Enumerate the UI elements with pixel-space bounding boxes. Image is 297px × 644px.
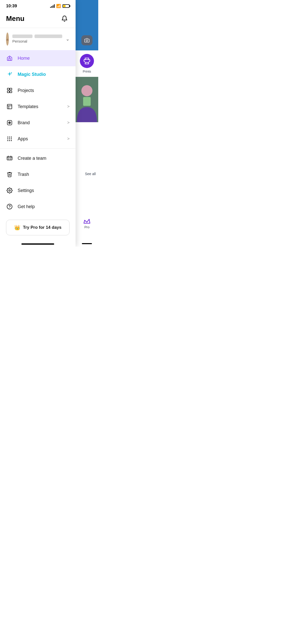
notifications-button[interactable] [59, 14, 70, 24]
sidebar-item-get-help[interactable]: Get help [0, 199, 76, 215]
svg-rect-2 [7, 38, 8, 39]
person-photo [76, 77, 98, 122]
svg-rect-7 [10, 91, 12, 93]
home-indicator [0, 240, 76, 247]
sidebar-item-brand[interactable]: Brand > [0, 115, 76, 131]
prints-section[interactable]: Prints [76, 50, 98, 77]
apps-icon [6, 135, 13, 142]
svg-rect-21 [7, 156, 12, 160]
apps-chevron-icon: > [67, 137, 70, 141]
status-icons: 📶 [50, 4, 70, 8]
apps-label: Apps [18, 136, 63, 142]
try-pro-section: 👑 Try Pro for 14 days [0, 215, 76, 240]
profile-chevron-down-icon[interactable]: ⌄ [66, 36, 70, 42]
svg-rect-29 [83, 97, 91, 106]
svg-point-12 [7, 137, 8, 138]
sidebar-item-magic-studio[interactable]: Magic Studio [0, 66, 76, 82]
battery-icon [62, 4, 70, 8]
svg-rect-8 [7, 104, 12, 109]
crown-icon: 👑 [14, 224, 20, 231]
svg-point-16 [9, 138, 10, 139]
avatar [6, 33, 9, 46]
profile-section[interactable]: Personal ⌄ [0, 28, 76, 50]
magic-studio-label: Magic Studio [18, 72, 70, 77]
status-bar: 10:39 📶 [0, 0, 76, 11]
svg-point-25 [86, 40, 88, 42]
name-placeholder-2 [35, 35, 62, 38]
wifi-icon: 📶 [56, 4, 61, 8]
menu-panel: 10:39 📶 Menu [0, 0, 76, 247]
header: Menu [0, 11, 76, 28]
sidebar-item-templates[interactable]: Templates > [0, 99, 76, 115]
trash-icon [6, 171, 13, 178]
try-pro-button[interactable]: 👑 Try Pro for 14 days [6, 220, 70, 235]
see-all-label: See all [85, 172, 96, 176]
svg-rect-6 [10, 88, 12, 90]
profile-name [12, 35, 62, 38]
pro-section[interactable]: Pro [83, 218, 91, 229]
try-pro-label: Try Pro for 14 days [23, 225, 61, 230]
team-icon [6, 155, 13, 162]
home-icon [6, 55, 13, 62]
svg-point-15 [7, 138, 8, 139]
pro-label: Pro [84, 225, 89, 229]
right-home-bar [82, 243, 92, 244]
pro-crown-icon [83, 218, 91, 224]
svg-rect-5 [7, 91, 9, 93]
svg-point-17 [11, 138, 12, 139]
trash-label: Trash [18, 172, 70, 177]
name-placeholder-1 [12, 35, 32, 38]
projects-label: Projects [18, 88, 70, 93]
signal-icon [50, 4, 55, 8]
printer-icon [83, 57, 90, 65]
account-type: Personal [12, 39, 27, 43]
settings-label: Settings [18, 188, 70, 193]
templates-label: Templates [18, 104, 63, 109]
brand-chevron-icon: > [67, 120, 70, 125]
sidebar-item-home[interactable]: Home [0, 50, 76, 66]
svg-point-18 [7, 140, 8, 141]
svg-point-11 [9, 122, 10, 123]
svg-point-22 [9, 190, 10, 191]
sidebar-item-create-team[interactable]: Create a team [0, 150, 76, 166]
brand-label: Brand [18, 120, 63, 125]
svg-point-20 [11, 140, 12, 141]
svg-point-28 [81, 85, 92, 96]
svg-rect-26 [85, 62, 89, 64]
status-time: 10:39 [6, 4, 17, 9]
home-bar [21, 243, 54, 245]
get-help-label: Get help [18, 204, 70, 209]
sidebar-item-apps[interactable]: Apps > [0, 131, 76, 147]
svg-rect-4 [7, 88, 9, 90]
camera-button[interactable] [81, 35, 92, 45]
section-divider [0, 148, 76, 149]
sidebar-item-projects[interactable]: Projects [0, 82, 76, 99]
create-team-label: Create a team [18, 156, 70, 161]
settings-icon [6, 187, 13, 194]
sidebar-item-trash[interactable]: Trash [0, 166, 76, 182]
help-icon [6, 203, 13, 210]
profile-info: Personal [12, 35, 62, 44]
home-label: Home [18, 56, 70, 61]
magic-icon [6, 71, 13, 78]
see-all[interactable]: See all [85, 172, 96, 176]
prints-icon [80, 54, 94, 68]
page-title: Menu [6, 15, 24, 23]
sidebar-item-settings[interactable]: Settings [0, 182, 76, 199]
brand-icon [6, 119, 13, 126]
camera-icon [84, 38, 89, 43]
bell-icon [61, 15, 68, 22]
prints-label: Prints [83, 70, 91, 73]
svg-point-14 [11, 137, 12, 138]
svg-point-3 [9, 57, 10, 58]
projects-icon [6, 87, 13, 94]
photo-content [76, 77, 98, 122]
templates-chevron-icon: > [67, 104, 70, 109]
avatar-image [6, 33, 9, 46]
templates-icon [6, 103, 13, 110]
svg-point-19 [9, 140, 10, 141]
svg-point-13 [9, 137, 10, 138]
right-panel: Prints See all Pro [76, 0, 98, 247]
